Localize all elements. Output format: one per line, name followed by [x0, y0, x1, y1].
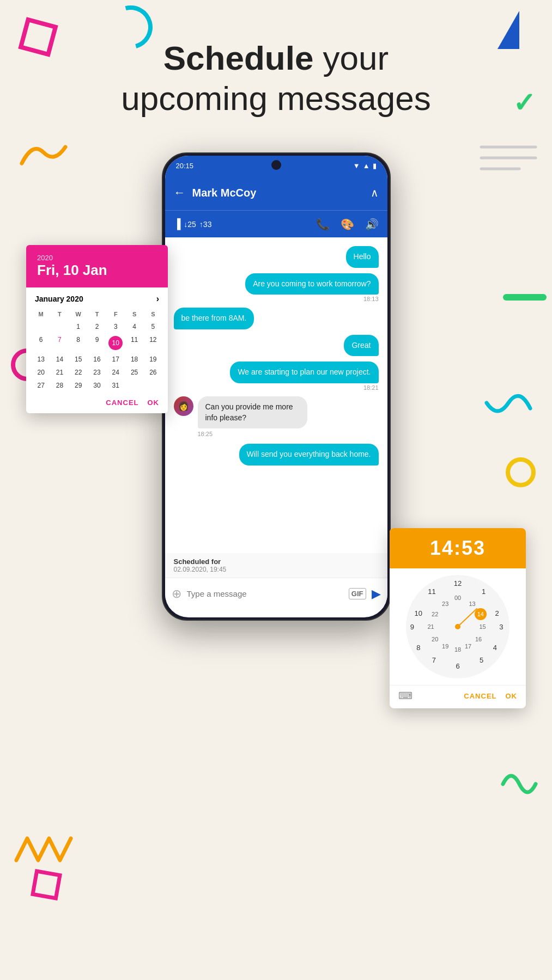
message-row-6: 👩 Can you provide me more info please? 1…: [174, 396, 379, 438]
phone-icon[interactable]: 📞: [316, 218, 330, 231]
header-line2: upcoming messages: [121, 79, 431, 117]
deco-gray-lines: [476, 142, 541, 174]
cal-header-sun: S: [144, 308, 162, 320]
header-bold: Schedule: [163, 39, 314, 77]
wifi-icon: ▼: [353, 162, 360, 170]
send-button[interactable]: ▶: [372, 587, 381, 601]
cal-header-wed: W: [69, 308, 88, 320]
message-row-2: Are you coming to work tomorrow? 18:13: [174, 273, 379, 303]
bubble-in-3: be there from 8AM.: [174, 308, 254, 329]
svg-line-3: [458, 609, 477, 627]
contact-name: Mark McCoy: [192, 187, 364, 199]
calendar-month-label: January 2020: [35, 295, 83, 303]
chat-area: Hello Are you coming to work tomorrow? 1…: [165, 237, 387, 553]
cal-week-1: 1 2 3 4 5: [32, 320, 162, 333]
date-picker-year: 2020: [37, 254, 157, 262]
scheduled-label: Scheduled for: [174, 558, 379, 566]
input-bar[interactable]: ⊕ GIF ▶: [165, 578, 387, 609]
header: Schedule your upcoming messages: [0, 38, 552, 119]
time-picker-cancel-button[interactable]: CANCEL: [464, 692, 496, 700]
bubble-out-7: Will send you everything back home.: [239, 444, 379, 465]
cal-selected-day[interactable]: 10: [108, 336, 123, 350]
date-picker[interactable]: 2020 Fri, 10 Jan January 2020 › M T W T …: [26, 245, 168, 413]
cal-week-2: 6 7 8 9 10 11 12: [32, 333, 162, 353]
signal-icon: ▲: [363, 162, 370, 170]
bubble-out-4: Great: [344, 335, 378, 357]
deco-orange-zigzag: [11, 828, 76, 871]
phone-mockup: 20:15 ▼ ▲ ▮ ← Mark McCoy ∧ ▐ ↓25 ↑33 📞 🎨: [162, 152, 391, 621]
action-icons: 📞 🎨 🔊: [316, 218, 379, 231]
clock-face: 12 1 2 3 4 5 6 7 8 9 10 11 00 13 14 15 1…: [406, 575, 509, 678]
bubble-out-5: We are starting to plan our new project.: [230, 362, 378, 383]
cal-header-mon: M: [32, 308, 50, 320]
clock-hand-svg: [406, 575, 509, 678]
deco-orange-squiggle: [16, 131, 71, 174]
deco-cyan-squiggle: [481, 392, 536, 436]
deco-green-squiggle: [498, 762, 541, 806]
cal-header-fri: F: [106, 308, 125, 320]
bubble-in-6: Can you provide me more info please?: [198, 396, 307, 428]
deco-green-bar: [503, 294, 547, 301]
message-row-5: We are starting to plan our new project.…: [174, 362, 379, 391]
keyboard-icon[interactable]: ⌨: [398, 690, 413, 702]
calendar-next-icon[interactable]: ›: [156, 294, 159, 304]
time-display: 14:53: [430, 537, 486, 559]
date-picker-header: 2020 Fri, 10 Jan: [26, 245, 168, 287]
message-row-3: be there from 8AM.: [174, 308, 379, 329]
cal-header-tue: T: [50, 308, 69, 320]
message-row-7: Will send you everything back home.: [174, 444, 379, 465]
chat-stats: ▐ ↓25 ↑33: [174, 218, 212, 230]
back-button[interactable]: ←: [174, 186, 186, 200]
phone-screen: 20:15 ▼ ▲ ▮ ← Mark McCoy ∧ ▐ ↓25 ↑33 📞 🎨: [165, 156, 387, 617]
avatar-image-6: 👩: [174, 396, 193, 416]
message-input[interactable]: [187, 584, 343, 604]
deco-pink-rect: [31, 869, 62, 901]
date-picker-date: Fri, 10 Jan: [37, 262, 157, 279]
message-row-1: Hello: [174, 246, 379, 268]
cal-week-5: 27 28 29 30 31: [32, 379, 162, 392]
svg-point-4: [455, 624, 460, 629]
bubble-time-6: 18:25: [198, 431, 213, 437]
message-row-4: Great: [174, 335, 379, 357]
calendar-grid: M T W T F S S 1 2 3 4 5 6 7 8 9 10 11: [26, 306, 168, 394]
scheduled-time: 02.09.2020, 19:45: [174, 566, 379, 573]
avatar-6: 👩: [174, 396, 193, 416]
bubble-time-2: 18:13: [363, 296, 379, 302]
header-line1: Schedule your: [163, 39, 389, 77]
date-picker-ok-button[interactable]: OK: [148, 399, 160, 407]
time-picker[interactable]: 14:53 12 1 2 3 4 5 6 7 8 9 10 11 00 13 1…: [390, 528, 526, 708]
stat-down: ↓25: [184, 220, 196, 229]
chat-header[interactable]: ← Mark McCoy ∧: [165, 175, 387, 210]
time-picker-header: 14:53: [390, 528, 526, 568]
chevron-icon[interactable]: ∧: [371, 186, 379, 199]
battery-icon: ▮: [373, 162, 377, 170]
date-picker-actions: CANCEL OK: [26, 394, 168, 413]
bubble-out-2: Are you coming to work tomorrow?: [245, 273, 378, 295]
bubble-out-1: Hello: [346, 246, 379, 268]
palette-icon[interactable]: 🎨: [341, 218, 354, 231]
deco-yellow-circle: [506, 457, 536, 487]
volume-icon[interactable]: 🔊: [365, 218, 379, 231]
clock-circle: 12 1 2 3 4 5 6 7 8 9 10 11 00 13 14 15 1…: [406, 575, 509, 678]
status-icons: ▼ ▲ ▮: [353, 162, 377, 170]
status-time: 20:15: [176, 162, 194, 170]
date-picker-cancel-button[interactable]: CANCEL: [106, 399, 138, 407]
time-picker-ok-button[interactable]: OK: [506, 692, 518, 700]
time-picker-buttons: CANCEL OK: [464, 692, 517, 700]
scheduled-row: Scheduled for 02.09.2020, 19:45: [165, 553, 387, 578]
chat-subheader: ▐ ↓25 ↑33 📞 🎨 🔊: [165, 210, 387, 237]
time-picker-actions: ⌨ CANCEL OK: [390, 685, 526, 708]
gif-button[interactable]: GIF: [349, 588, 366, 599]
cal-week-4: 20 21 22 23 24 25 26: [32, 366, 162, 379]
add-icon[interactable]: ⊕: [172, 587, 181, 601]
cal-header-sat: S: [125, 308, 143, 320]
calendar-nav: January 2020 ›: [26, 287, 168, 306]
bar-icon: ▐: [174, 218, 181, 230]
camera-notch: [271, 160, 281, 170]
stat-up: ↑33: [199, 220, 212, 229]
cal-header-thu: T: [88, 308, 106, 320]
cal-week-3: 13 14 15 16 17 18 19: [32, 353, 162, 366]
calendar-header-row: M T W T F S S: [32, 308, 162, 320]
bubble-time-5: 18:21: [363, 384, 379, 391]
